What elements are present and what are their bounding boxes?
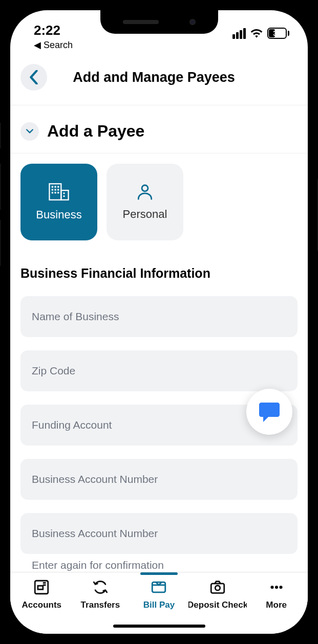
payee-type-business[interactable]: Business xyxy=(20,164,97,240)
business-name-label: Name of Business xyxy=(32,310,286,323)
bottom-tab-bar: Accounts Transfers Bill Pay Deposit Chec… xyxy=(10,572,308,634)
building-icon xyxy=(49,183,69,201)
payee-type-personal[interactable]: Personal xyxy=(107,164,183,240)
tab-billpay-label: Bill Pay xyxy=(143,600,175,610)
wifi-icon xyxy=(250,28,263,38)
tab-more[interactable]: More xyxy=(247,578,306,610)
business-account-number-label: Business Account Number xyxy=(32,473,286,485)
collapse-button[interactable] xyxy=(20,122,39,141)
transfers-icon xyxy=(92,579,109,596)
svg-point-13 xyxy=(142,185,148,191)
svg-rect-14 xyxy=(35,581,49,594)
svg-rect-9 xyxy=(54,192,56,193)
svg-rect-3 xyxy=(54,186,56,188)
person-icon xyxy=(136,183,154,201)
svg-rect-7 xyxy=(57,189,59,190)
tab-accounts[interactable]: Accounts xyxy=(12,578,71,610)
zip-code-field[interactable]: Zip Code xyxy=(20,350,298,391)
cellular-signal-icon xyxy=(232,28,246,39)
tab-transfers[interactable]: Transfers xyxy=(71,578,130,610)
svg-point-18 xyxy=(215,586,220,590)
svg-point-20 xyxy=(275,586,278,589)
battery-icon: 34 xyxy=(267,28,289,39)
tab-accounts-label: Accounts xyxy=(22,600,61,610)
svg-rect-12 xyxy=(63,195,65,197)
tab-deposit[interactable]: Deposit Check xyxy=(188,578,247,610)
svg-rect-2 xyxy=(52,186,53,188)
business-name-field[interactable]: Name of Business xyxy=(20,296,298,337)
status-time: 2:22 xyxy=(34,23,60,38)
svg-rect-5 xyxy=(52,189,53,190)
accounts-icon xyxy=(33,579,50,596)
camera-icon xyxy=(209,579,226,596)
page-title: Add and Manage Payees xyxy=(20,70,287,85)
tab-deposit-label: Deposit Check xyxy=(188,600,247,610)
chat-bubble-icon xyxy=(257,401,282,423)
payee-type-business-label: Business xyxy=(36,208,81,221)
business-account-number-field[interactable]: Business Account Number xyxy=(20,459,298,500)
tab-more-label: More xyxy=(266,600,287,610)
billpay-icon xyxy=(150,579,167,596)
section-title: Add a Payee xyxy=(47,122,144,141)
confirm-hint: Enter again for confirmation xyxy=(20,557,298,571)
device-notch xyxy=(100,10,218,34)
svg-rect-6 xyxy=(54,189,56,190)
more-icon xyxy=(268,579,285,596)
payee-type-personal-label: Personal xyxy=(123,208,167,221)
svg-point-21 xyxy=(279,586,282,589)
svg-rect-15 xyxy=(38,586,43,589)
svg-rect-16 xyxy=(153,582,166,592)
svg-rect-10 xyxy=(57,192,59,193)
form-heading: Business Financial Information xyxy=(20,266,298,281)
svg-rect-8 xyxy=(52,192,53,193)
svg-rect-4 xyxy=(57,186,59,188)
svg-point-19 xyxy=(270,586,273,589)
chevron-down-icon xyxy=(26,129,33,134)
zip-code-label: Zip Code xyxy=(32,365,286,377)
svg-rect-1 xyxy=(61,190,68,200)
chat-fab[interactable] xyxy=(246,389,292,435)
business-account-number-confirm-label: Business Account Number xyxy=(32,527,286,540)
breadcrumb-back-search[interactable]: ◀ Search xyxy=(34,39,73,51)
tab-billpay[interactable]: Bill Pay xyxy=(130,578,188,610)
home-indicator[interactable] xyxy=(113,625,205,628)
business-account-number-confirm-field[interactable]: Business Account Number xyxy=(20,513,298,554)
tab-transfers-label: Transfers xyxy=(81,600,120,610)
svg-rect-11 xyxy=(63,192,65,194)
